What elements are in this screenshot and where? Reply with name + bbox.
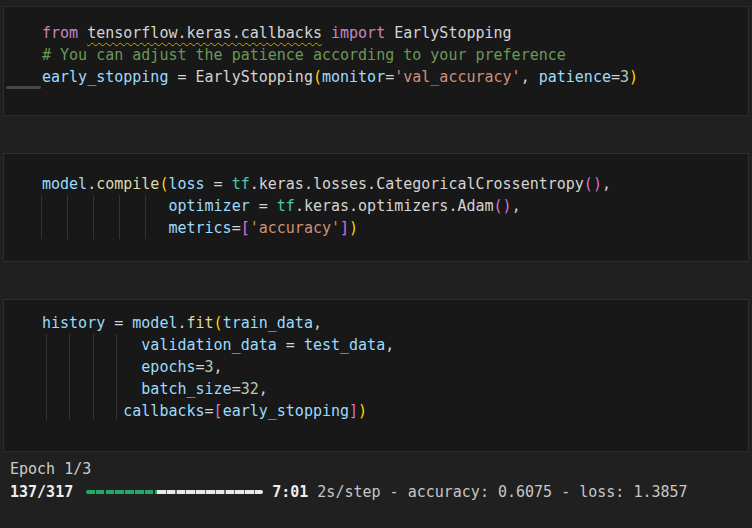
code-cell-1[interactable]: from tensorflow.keras.callbacks import E… [3,6,749,116]
training-progress-line: 137/317 7:01 2s/step - accuracy: 0.6075 … [10,482,752,502]
code-editor-2[interactable]: model.compile(loss = tf.keras.losses.Cat… [4,154,748,239]
indent-guide [145,195,146,239]
indent-guide [93,334,94,420]
indent-guide [41,195,42,239]
indent-guide [116,334,117,420]
code-editor-1[interactable]: from tensorflow.keras.callbacks import E… [4,7,748,88]
horizontal-scrollbar[interactable] [6,86,41,89]
code-line: model.compile(loss = tf.keras.losses.Cat… [42,173,748,195]
code-line: early_stopping = EarlyStopping(monitor='… [42,66,748,88]
code-line: epochs=3, [42,356,748,378]
indent-guide [67,195,68,239]
steps-count: 137/317 [10,483,73,501]
code-line: metrics=['accuracy']) [42,217,748,239]
progress-bar-remaining [157,490,263,494]
code-line: callbacks=[early_stopping]) [42,400,748,422]
code-line: from tensorflow.keras.callbacks import E… [42,22,748,44]
code-line: optimizer = tf.keras.optimizers.Adam(), [42,195,748,217]
code-cell-3[interactable]: history = model.fit(train_data, validati… [3,299,749,452]
progress-bar-fill [86,490,157,494]
code-line: # You can adjust the patience according … [42,44,748,66]
code-line: history = model.fit(train_data, [42,312,748,334]
eta-time: 7:01 [272,483,308,501]
epoch-label: Epoch 1/3 [10,460,91,478]
indent-guide [46,334,47,420]
code-line: batch_size=32, [42,378,748,400]
indent-guide [93,195,94,239]
progress-bar [86,490,263,494]
indent-guide [69,334,70,420]
metrics-text: 2s/step - accuracy: 0.6075 - loss: 1.385… [317,483,687,501]
indent-guide [119,195,120,239]
code-cell-2[interactable]: model.compile(loss = tf.keras.losses.Cat… [3,153,749,262]
code-line: validation_data = test_data, [42,334,748,356]
